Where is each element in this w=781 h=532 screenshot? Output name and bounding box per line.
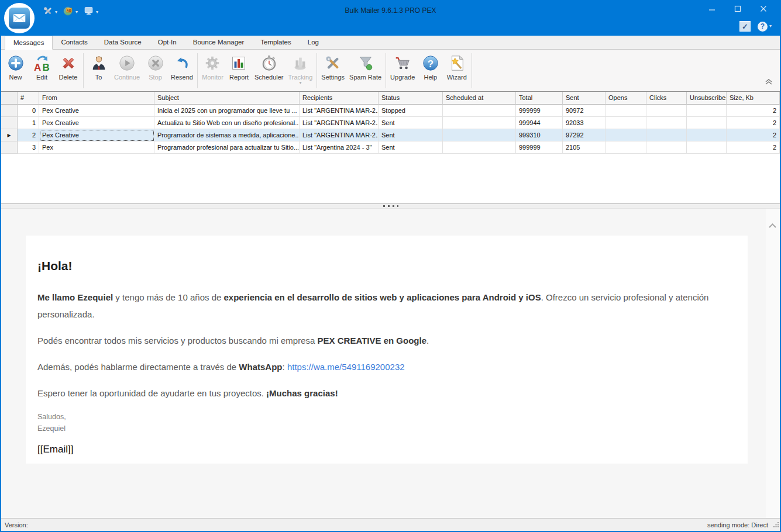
email-text: : [283,362,287,372]
cell-opens [605,105,646,117]
resize-grip[interactable] [773,520,779,530]
col-header-sent[interactable]: Sent [563,92,605,105]
titlebar-secondary-row: ✓ ? ▾ [739,21,772,32]
wrench-screwdriver-icon [324,54,342,72]
table-row[interactable]: 3 Pex Programador profesional para actua… [1,141,780,154]
tab-log[interactable]: Log [300,36,327,50]
messages-grid: # From Subject Recipients Status Schedul… [1,92,780,203]
resend-button[interactable]: Resend [168,53,195,81]
toolbar-separator [83,53,84,88]
to-button[interactable]: To [85,53,112,81]
cell-total: 999999 [516,105,563,117]
close-button[interactable] [751,0,776,18]
spam-rate-button[interactable]: Spam Rate [347,53,384,81]
tab-templates[interactable]: Templates [252,36,299,50]
email-text: Podés encontrar todos mis servicios y pr… [37,336,318,346]
title-bar: ▾ AB ▾ ▾ Bulk Mailer 9.6.1.3 PRO PEX ✓ ?… [1,0,780,36]
cell-subject: Inicia el 2025 con un programador que ll… [154,105,300,117]
ribbon-tab-bar: Messages Contacts Data Source Opt-In Bou… [1,36,780,50]
col-header-number[interactable]: # [18,92,39,105]
window-title: Bulk Mailer 9.6.1.3 PRO PEX [1,6,780,15]
edit-ab-icon: AB [33,54,51,72]
continue-button: Continue [112,53,142,81]
stop-button: Stop [142,53,168,81]
cell-total: 999999 [516,141,563,154]
cell-status: Sent [379,129,443,141]
delete-button[interactable]: Delete [55,53,81,81]
cell-from: Pex Creative [39,105,154,117]
maximize-button[interactable] [725,0,751,18]
col-header-subject[interactable]: Subject [154,92,300,105]
col-header-size-kb[interactable]: Size, Kb [727,92,780,105]
upgrade-button[interactable]: Upgrade [388,53,417,81]
help-question-icon: ? [421,54,440,72]
col-header-clicks[interactable]: Clicks [646,92,687,105]
collapse-ribbon-button[interactable] [765,77,773,88]
preview-scrollbar[interactable] [766,209,780,518]
cell-subject: Programador profesional para actualizar … [154,141,300,154]
signature-line: Saludos, [37,411,724,423]
play-icon [118,54,136,72]
delete-x-icon [59,54,78,72]
col-header-scheduled-at[interactable]: Scheduled at [443,92,516,105]
email-heading: ¡Hola! [37,259,724,273]
tab-messages[interactable]: Messages [5,36,53,50]
question-mark-glyph: ? [428,58,433,70]
col-header-recipients[interactable]: Recipients [300,92,379,105]
grid-empty-area [1,154,780,191]
cell-recipients: List "ARGENTINA MAR-2... [300,117,379,129]
scroll-up-button[interactable] [768,220,777,231]
cell-unsubscribes [687,129,727,141]
chevron-down-icon: ▾ [299,81,301,85]
wizard-button[interactable]: Wizard [443,53,470,81]
toolbar: New AB Edit Delete To Continue Stop Rese… [1,50,780,92]
help-icon: ? [758,22,768,32]
window-controls [699,0,776,18]
email-bold-text: experiencia en el desarrollo de sitios w… [224,292,541,302]
col-header-total[interactable]: Total [516,92,563,105]
table-row-selected[interactable]: ▶ 2 Pex Creative Programador de sistemas… [1,129,780,141]
col-header-status[interactable]: Status [379,92,443,105]
col-header-unsubscribes[interactable]: Unsubscribes [687,92,727,105]
edit-button[interactable]: AB Edit [29,53,55,81]
tab-data-source[interactable]: Data Source [96,36,150,50]
col-header-opens[interactable]: Opens [605,92,646,105]
chevron-up-icon [768,223,777,229]
tab-bounce-manager[interactable]: Bounce Manager [185,36,253,50]
cell-recipients: List "ARGENTINA MAR-2... [300,105,379,117]
email-bold-text: WhatsApp [239,362,282,372]
person-icon [90,54,108,72]
cell-clicks [646,129,687,141]
settings-button[interactable]: Settings [319,53,347,81]
tab-opt-in[interactable]: Opt-In [150,36,185,50]
toolbar-separator [472,53,472,88]
cell-size-kb: 2 [727,129,780,141]
new-plus-icon [6,54,25,72]
help-button[interactable]: ? Help [417,53,443,81]
table-row[interactable]: 0 Pex Creative Inicia el 2025 con un pro… [1,105,780,117]
cell-number: 0 [18,105,39,117]
email-signature: Saludos, Ezequiel [37,411,724,434]
cell-sent: 97292 [563,129,605,141]
scheduler-button[interactable]: Scheduler [252,53,286,81]
resend-arrow-icon [173,54,191,72]
cell-scheduled-at [443,117,516,129]
minimize-button[interactable] [699,0,725,18]
table-row[interactable]: 1 Pex Creative Actualiza tu Sitio Web co… [1,117,780,129]
pane-splitter[interactable] [1,203,780,209]
whatsapp-link[interactable]: https://wa.me/5491169200232 [287,362,405,372]
envelope-icon [9,8,30,29]
select-check-button[interactable]: ✓ [739,21,751,32]
stop-x-icon [146,54,165,72]
stopwatch-icon [260,54,278,72]
cell-size-kb: 2 [727,105,780,117]
report-button[interactable]: Report [226,53,252,81]
cell-scheduled-at [443,129,516,141]
cell-total: 999310 [516,129,563,141]
help-menu-button[interactable]: ? ▾ [758,22,772,32]
col-header-from[interactable]: From [39,92,154,105]
tab-contacts[interactable]: Contacts [53,36,95,50]
check-icon: ✓ [742,22,748,31]
cell-opens [605,129,646,141]
new-button[interactable]: New [2,53,29,81]
